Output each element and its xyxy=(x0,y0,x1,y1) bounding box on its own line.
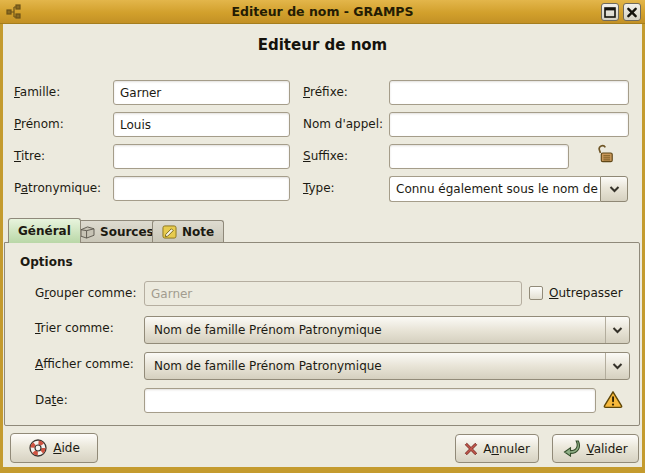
display-as-combobox-value: Nom de famille Prénom Patronymique xyxy=(145,359,605,373)
window-title: Editeur de nom - GRAMPS xyxy=(0,4,645,19)
tab-sources-label: Sources xyxy=(100,225,154,239)
note-icon xyxy=(162,225,177,239)
group-as-label: Grouper comme: xyxy=(35,281,136,306)
sort-as-combobox[interactable]: Nom de famille Prénom Patronymique xyxy=(144,316,630,344)
options-section-title: Options xyxy=(20,255,73,269)
patronymic-label: Patronymique: xyxy=(14,176,101,201)
display-as-label: Afficher comme: xyxy=(35,352,134,377)
display-as-combobox-arrow[interactable] xyxy=(605,353,629,379)
ok-button[interactable]: Valider xyxy=(552,434,639,463)
maximize-button[interactable] xyxy=(601,3,619,21)
lifebuoy-icon xyxy=(28,438,48,458)
maximize-icon xyxy=(604,7,616,18)
tab-sources[interactable]: Sources xyxy=(70,220,164,243)
title-input[interactable] xyxy=(113,144,290,169)
close-button[interactable] xyxy=(623,3,641,21)
family-label: Famille: xyxy=(14,80,60,105)
ok-button-label: Valider xyxy=(586,442,627,456)
prefix-input[interactable] xyxy=(389,80,629,105)
date-label: Date: xyxy=(35,388,68,413)
help-button-label: Aide xyxy=(53,441,80,455)
cancel-button[interactable]: Annuler xyxy=(455,434,539,463)
chevron-down-icon xyxy=(612,363,623,370)
type-combobox-arrow-button[interactable] xyxy=(600,176,628,202)
call-name-label: Nom d'appel: xyxy=(303,112,383,137)
override-checkbox[interactable] xyxy=(529,286,543,300)
chevron-down-icon xyxy=(609,186,620,193)
close-icon xyxy=(626,7,638,18)
titlebar[interactable]: Editeur de nom - GRAMPS xyxy=(0,0,645,24)
given-name-input[interactable] xyxy=(113,112,290,137)
tab-general-label: Général xyxy=(18,224,71,238)
name-editor-dialog: Editeur de nom - GRAMPS Editeur de nom F… xyxy=(0,0,645,473)
display-as-combobox[interactable]: Nom de famille Prénom Patronymique xyxy=(144,352,630,380)
tab-general[interactable]: Général xyxy=(8,218,81,243)
red-x-icon xyxy=(464,442,478,456)
chevron-down-icon xyxy=(612,327,623,334)
title-label: Titre: xyxy=(14,144,45,169)
sort-as-label: Trier comme: xyxy=(35,316,114,341)
cancel-button-label: Annuler xyxy=(483,442,530,456)
patronymic-input[interactable] xyxy=(113,176,290,201)
date-input[interactable] xyxy=(144,388,596,413)
type-label: Type: xyxy=(303,176,335,201)
sort-as-combobox-arrow[interactable] xyxy=(605,317,629,343)
warning-icon[interactable] xyxy=(603,390,623,409)
sort-as-combobox-value: Nom de famille Prénom Patronymique xyxy=(145,323,605,337)
prefix-label: Préfixe: xyxy=(303,80,348,105)
suffix-input[interactable] xyxy=(389,144,569,169)
tab-note[interactable]: Note xyxy=(152,220,224,243)
open-lock-icon[interactable] xyxy=(595,144,616,165)
dialog-heading: Editeur de nom xyxy=(3,36,642,54)
override-label[interactable]: Outrepasser xyxy=(549,281,623,306)
help-button[interactable]: Aide xyxy=(10,433,98,463)
call-name-input[interactable] xyxy=(389,112,629,137)
dialog-content: Editeur de nom Famille: Prénom: Titre: P… xyxy=(3,24,642,467)
tab-note-label: Note xyxy=(182,225,214,239)
green-arrow-icon xyxy=(563,440,581,457)
group-as-input xyxy=(144,281,522,306)
given-name-label: Prénom: xyxy=(14,112,64,137)
book-icon xyxy=(80,226,95,239)
type-combobox-value: Connu également sous le nom de xyxy=(389,176,600,202)
type-combobox[interactable]: Connu également sous le nom de xyxy=(389,176,628,202)
family-input[interactable] xyxy=(113,80,290,105)
suffix-label: Suffixe: xyxy=(303,144,348,169)
